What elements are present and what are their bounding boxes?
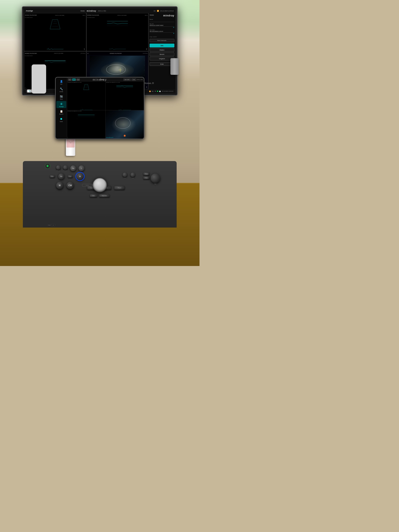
tablet-main: ▣ ⊞ ▦ Anzeige Alle AUSW. Ende SD6-1s OB2… [67, 77, 144, 139]
probe-label: SD6-1s OB2 [98, 10, 106, 12]
panel-2-mode: 0D6-1s [145, 15, 147, 16]
gel-bottle-holder: UltrasoundGel [32, 64, 46, 94]
tablet-panel-1-header: BORNED HOLZHACKER 13-11-2024 [67, 82, 105, 84]
panel-4-xs: XS [87, 53, 89, 54]
status-de: DE [154, 10, 156, 12]
ende-tablet-btn[interactable]: Ende [132, 79, 136, 81]
knob-2-body[interactable] [63, 165, 68, 170]
knob-1-body[interactable] [56, 165, 61, 170]
single-button[interactable]: Single [143, 172, 150, 175]
knob-2: B Volume [63, 165, 68, 171]
panel-2-patient: BORNED HOLZHACKER [87, 14, 99, 16]
itouch-button[interactable]: iTouch [114, 186, 125, 190]
sidebar-item-anzeige[interactable]: 🖥 Anzeige [56, 101, 66, 108]
dual-btn[interactable]: Dual [68, 175, 73, 178]
panel-3-header: BORNED HOLZHACKER 20241113-112647-AEA2 L… [24, 51, 86, 55]
zoom-knob-body[interactable] [123, 172, 127, 177]
alle-ausw-tablet-btn[interactable]: Alle AUSW. [123, 79, 131, 81]
tablet-top-right: Alle AUSW. Ende SD6-1s OB2 [123, 79, 143, 81]
panel-1-examid: 20241113-112647-AEA2 [55, 15, 64, 16]
right-knob-row: Zoom Depth [123, 172, 135, 178]
weibl-label: Weibl. [80, 10, 85, 12]
tablet-scan-indicator [124, 135, 126, 137]
sidebar-item-ende[interactable]: ⏹ Ende [56, 116, 66, 123]
us-panel-2[interactable]: BORNED HOLZHACKER 20241113-112647-AEA2 0… [86, 13, 149, 51]
tab-icon-1[interactable]: ▣ [68, 79, 71, 81]
sonde-sidebar-label: Sonde [59, 91, 63, 92]
svg-marker-9 [83, 84, 89, 90]
knob-pd[interactable]: PD [58, 173, 64, 180]
unt-hist-arrow[interactable]: ▼ [173, 33, 174, 34]
pat-id-field: Pat.-ID: 20241113-112647-AEA2 ▼ [150, 23, 174, 28]
bericht-sidebar-label: Bericht [59, 114, 63, 115]
mindray-machine-brand: mindray [93, 78, 107, 81]
single-btn[interactable]: Single [50, 175, 55, 178]
info-sidebar-label: Info [60, 83, 62, 85]
angle-control[interactable]: ◁▷ [51, 224, 55, 226]
probe-tablet: SD6-1s OB2 [137, 79, 143, 80]
sonoring-wave-icon [28, 90, 31, 92]
patient-info-panel: Weibl. mindray Name Pat.-ID: 20241113-11… [148, 13, 175, 89]
sidebar-item-sonde[interactable]: 🔧 Sonde [56, 86, 66, 93]
panel-number-4: 4 [146, 86, 147, 88]
tablet-panel-1[interactable]: BORNED HOLZHACKER 13-11-2024 [67, 82, 105, 110]
sidebar-item-scan[interactable]: 📷 Scan [56, 94, 66, 101]
datetime: 20-12-2024 12:45:22 [160, 10, 174, 12]
cw-knob[interactable]: CW [66, 182, 74, 189]
svg-marker-0 [50, 19, 60, 29]
us-panel-1[interactable]: BORNED HOLZHACKER 20241113-112647-AEA2 0… [24, 13, 86, 51]
console-control-panel: A Power B Volume PW C Single PD Dual [23, 161, 177, 228]
scan-sidebar-icon: 📷 [59, 94, 63, 99]
bericht-sidebar-icon: 📋 [59, 109, 63, 114]
tab-icon-3[interactable]: ▦ [76, 79, 80, 81]
bodymark-button[interactable]: Body Mark [99, 194, 110, 197]
gain-label: Gain [154, 183, 157, 184]
power-led [46, 164, 50, 168]
name-label: Name [150, 19, 174, 20]
panel-2-header: BORNED HOLZHACKER 20241113-112647-AEA2 0… [87, 13, 148, 17]
tablet-tumor-label: Re. Brust 4:08 Tumor1 XS [106, 137, 113, 138]
m-knob[interactable]: M [56, 182, 63, 189]
tablet-panel-4[interactable]: Re. Brust 4:08 Tumor1 XS [106, 110, 144, 139]
clear-btn-area: Clear Body Mark [90, 194, 110, 197]
anzeige-label: Anzeige [26, 10, 33, 12]
panel-4-header: XS BORNED HOLZHACKER L14-5s Brust [87, 51, 148, 55]
monitor-top-bar: Anzeige Weibl. mindray SD6-1s OB2 DE 📶 2… [24, 8, 175, 13]
angle-label: Angle [48, 224, 51, 226]
pat-id-arrow[interactable]: ▼ [173, 27, 174, 28]
trackball[interactable] [93, 178, 107, 192]
gain-knob[interactable] [151, 173, 160, 183]
sidebar-item-info[interactable]: 👤 Info [56, 79, 66, 86]
unt-hist-field: Unt.-Hist.: OB 13/11/2024 11:26:47 ▼ [150, 29, 174, 34]
datetime-bottom: 20-12-2024 12:45:22 [162, 91, 173, 92]
tablet-panel-2[interactable]: BORNED HOLZHACKER 13-11-2024 [106, 82, 144, 110]
total-pro-label: Total Pro [82, 184, 93, 186]
istation-button[interactable]: iStation [150, 48, 174, 52]
sonde-sidebar-icon: 🔧 [59, 87, 63, 91]
neue-untersuch-button[interactable]: Neue Untersuch. [150, 39, 174, 42]
bericht-button[interactable]: Bericht [150, 52, 174, 56]
clear-button[interactable]: Clear [90, 194, 97, 197]
panel-3-mode: L14-5s Brust [81, 53, 85, 54]
tablet-top-icons: ▣ ⊞ ▦ [68, 79, 80, 81]
probe-holder [171, 58, 179, 75]
knob-pw[interactable]: PW [70, 165, 76, 171]
anzeige-sidebar-icon: 🖥 [59, 102, 63, 106]
knob-c[interactable]: C [79, 165, 84, 171]
info-button[interactable]: Info [150, 44, 174, 47]
ende-sidebar-icon: ⏹ [59, 117, 63, 121]
panel-3-patient: BORNED HOLZHACKER [25, 53, 37, 54]
depth-knob-body[interactable] [131, 172, 135, 177]
panel-1-header: BORNED HOLZHACKER 20241113-112647-AEA2 0… [24, 13, 86, 17]
zoom-knob: Zoom [123, 172, 127, 178]
tab-icon-2[interactable]: ⊞ [72, 79, 76, 81]
status-icons: 📶 DE 🖥 🕐 20-12-2024 12:45:22 [149, 91, 173, 92]
sidebar-item-bericht[interactable]: 📋 Bericht [56, 108, 66, 115]
tablet-panel-3[interactable]: BORNED HOLZHACKER 13-11-2024 B [67, 110, 105, 139]
dual-button[interactable]: Dual [143, 177, 150, 179]
pat-id-value: 20241113-112647-AEA2 [150, 25, 174, 27]
pat-id-label: Pat.-ID: [150, 23, 174, 25]
urgp-label: Urgp. starten [150, 36, 174, 38]
b-knob[interactable]: B [76, 172, 84, 180]
unt-hist-value: OB 13/11/2024 11:26:47 [150, 31, 174, 33]
